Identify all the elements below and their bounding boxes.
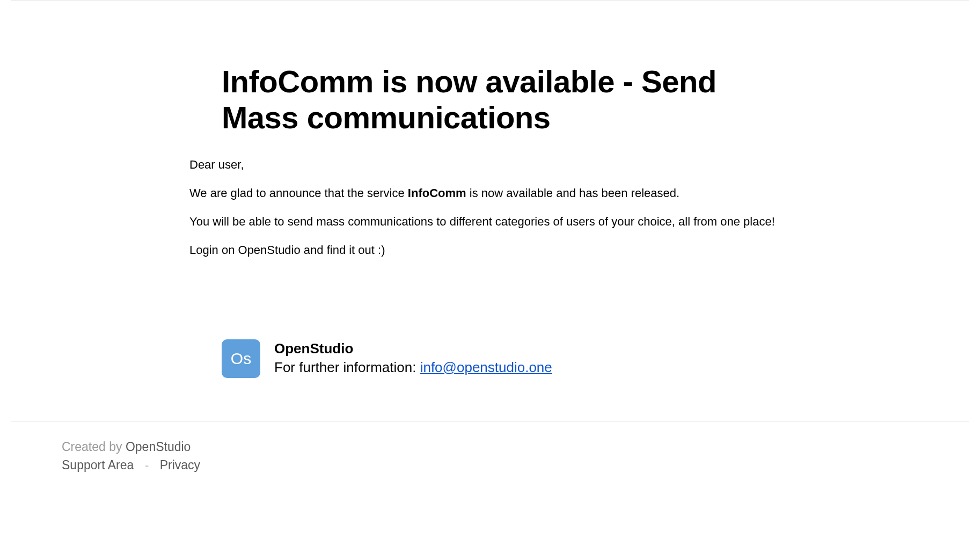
page-title: InfoComm is now available - Send Mass co… [222,64,791,135]
greeting-line: Dear user, [189,157,791,173]
info-label: For further information: [274,359,420,375]
signature-block: Os OpenStudio For further information: i… [222,339,791,378]
created-by-label: Created by [62,440,126,454]
cta-line: Login on OpenStudio and find it out :) [189,242,791,259]
info-email-link[interactable]: info@openstudio.one [420,359,552,375]
announce-pre: We are glad to announce that the service [189,186,408,200]
service-name: InfoComm [408,186,466,200]
signature-text: OpenStudio For further information: info… [274,339,552,377]
footer-separator: - [145,458,149,472]
description-line: You will be able to send mass communicat… [189,214,791,230]
footer-links: Support Area - Privacy [62,456,918,475]
content-wrapper: InfoComm is now available - Send Mass co… [157,64,823,378]
signature-org-name: OpenStudio [274,339,552,358]
privacy-link[interactable]: Privacy [160,458,200,472]
announcement-line: We are glad to announce that the service… [189,185,791,202]
created-by-name: OpenStudio [126,440,191,454]
openstudio-logo-icon: Os [222,339,260,378]
footer: Created by OpenStudio Support Area - Pri… [0,421,980,491]
announce-post: is now available and has been released. [466,186,680,200]
body-text: Dear user, We are glad to announce that … [189,157,791,258]
footer-created-by: Created by OpenStudio [62,438,918,456]
support-area-link[interactable]: Support Area [62,458,134,472]
top-divider [11,0,969,1]
signature-info-line: For further information: info@openstudio… [274,358,552,377]
